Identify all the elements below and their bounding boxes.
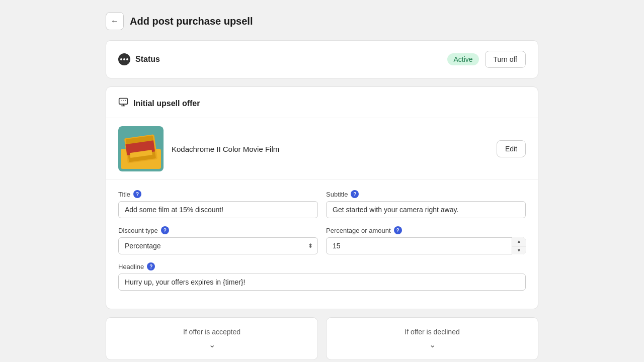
headline-label: Headline (118, 263, 144, 270)
headline-input[interactable] (118, 274, 526, 291)
title-group: Title ? (118, 190, 318, 218)
subtitle-group: Subtitle ? (326, 190, 526, 218)
subtitle-label: Subtitle (326, 191, 348, 198)
status-left: Status (118, 53, 160, 65)
back-button[interactable]: ← (106, 12, 124, 30)
offer-declined-chevron-icon: ⌄ (429, 340, 436, 349)
spinner-up-button[interactable]: ▲ (512, 237, 526, 246)
headline-group: Headline ? (118, 262, 526, 291)
page-header: ← Add post purchase upsell (106, 12, 538, 30)
percentage-input[interactable] (326, 237, 526, 254)
product-thumbnail (118, 126, 164, 171)
active-badge: Active (447, 53, 478, 65)
offer-declined-card[interactable]: If offer is declined ⌄ (326, 317, 538, 360)
offer-outcome-cards: If offer is accepted ⌄ If offer is decli… (106, 317, 538, 360)
discount-type-select[interactable]: Percentage Fixed amount (118, 237, 318, 254)
spinner-down-button[interactable]: ▼ (512, 246, 526, 255)
percentage-help-icon[interactable]: ? (394, 226, 402, 234)
subtitle-input[interactable] (326, 201, 526, 218)
status-label: Status (135, 55, 160, 64)
offer-accepted-chevron-icon: ⌄ (209, 340, 215, 349)
status-right: Active Turn off (447, 51, 526, 68)
cart-icon (118, 97, 128, 110)
headline-help-icon[interactable]: ? (147, 262, 155, 270)
subtitle-help-icon[interactable]: ? (351, 190, 359, 198)
offer-declined-label: If offer is declined (405, 328, 459, 336)
headline-row: Headline ? (118, 262, 526, 291)
page-title: Add post purchase upsell (130, 16, 253, 27)
section-title: Initial upsell offer (133, 99, 200, 108)
svg-rect-0 (119, 99, 128, 105)
discount-type-label: Discount type (118, 227, 158, 234)
title-label: Title (118, 191, 130, 198)
product-row: Kodachrome II Color Movie Film Edit (106, 118, 538, 180)
percentage-input-wrapper: ▲ ▼ (326, 237, 526, 254)
title-input[interactable] (118, 201, 318, 218)
title-subtitle-row: Title ? Subtitle ? (118, 190, 526, 218)
edit-product-button[interactable]: Edit (497, 140, 526, 157)
status-card: Status Active Turn off (106, 40, 538, 78)
discount-type-help-icon[interactable]: ? (161, 226, 169, 234)
discount-row: Discount type ? Percentage Fixed amount … (118, 226, 526, 254)
discount-type-group: Discount type ? Percentage Fixed amount … (118, 226, 318, 254)
percentage-label: Percentage or amount (326, 227, 391, 234)
status-icon (118, 53, 130, 65)
product-name: Kodachrome II Color Movie Film (172, 145, 489, 153)
offer-accepted-label: If offer is accepted (183, 328, 240, 336)
offer-accepted-card[interactable]: If offer is accepted ⌄ (106, 317, 318, 360)
percentage-group: Percentage or amount ? ▲ ▼ (326, 226, 526, 254)
upsell-offer-card: Initial upsell offer (106, 86, 538, 309)
number-spinners: ▲ ▼ (512, 237, 526, 254)
discount-type-select-wrapper: Percentage Fixed amount ⬍ (118, 237, 318, 254)
section-header: Initial upsell offer (106, 87, 538, 118)
title-help-icon[interactable]: ? (133, 190, 141, 198)
form-section: Title ? Subtitle ? Discount (106, 180, 538, 309)
turn-off-button[interactable]: Turn off (485, 51, 526, 68)
